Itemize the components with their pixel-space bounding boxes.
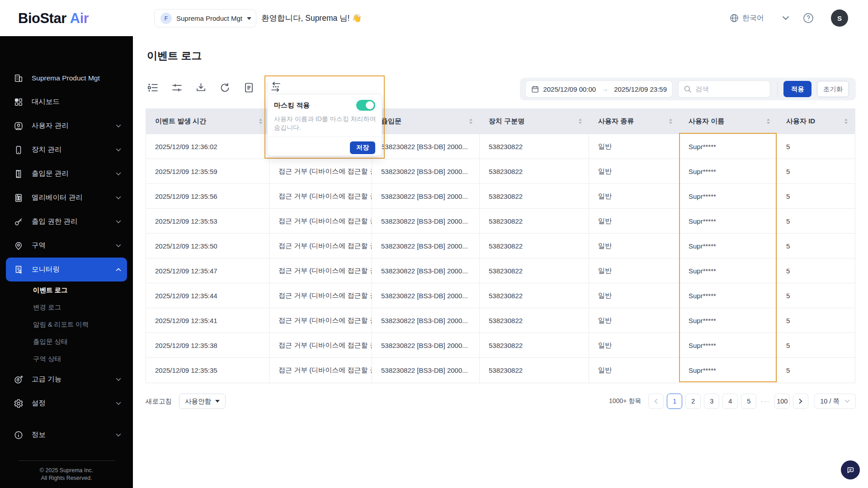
monitoring-submenu: 이벤트 로그 변경 로그 알림 & 리포트 이력 출입문 상태 구역 상태 <box>0 282 133 367</box>
masking-button[interactable] <box>270 81 282 93</box>
cell-door: 538230822 [BS3-DB] 2000... <box>372 308 480 333</box>
table-row[interactable]: 2025/12/09 12:35:41 접근 거부 (디바이스에 접근할 권한.… <box>146 308 855 333</box>
sidebar-item-access-permission[interactable]: 출입 권한 관리 <box>0 210 133 234</box>
device-icon <box>14 145 24 155</box>
sidebar-item-monitoring[interactable]: 모니터링 <box>6 258 127 282</box>
cell-event: 접근 거부 (디바이스에 접근할 권한... <box>269 209 372 233</box>
page-size-select[interactable]: 10 / 쪽 <box>814 394 856 409</box>
sidebar-item-info[interactable]: 정보 <box>0 423 133 447</box>
language-selector[interactable]: 한국어 <box>730 14 764 23</box>
cell-user-name: Supr***** <box>679 308 777 333</box>
chevron-down-icon <box>116 244 121 248</box>
cell-user-name: Supr***** <box>679 333 777 357</box>
sidebar-item-settings[interactable]: 설정 <box>0 391 133 415</box>
column-header-event-time[interactable]: 이벤트 발생 시간 <box>146 108 269 134</box>
page-button-3[interactable]: 3 <box>704 394 719 409</box>
column-header-device-group[interactable]: 장치 구분명 <box>480 108 589 134</box>
sidebar-item-zone[interactable]: 구역 <box>0 234 133 258</box>
sidebar-item-label: 출입 권한 관리 <box>32 217 78 226</box>
submenu-item-zone-status[interactable]: 구역 상태 <box>0 350 133 367</box>
org-badge: F <box>160 13 172 24</box>
table-row[interactable]: 2025/12/09 12:36:02 접근 거부 (디바이스에 접근할 권한.… <box>146 134 855 159</box>
sidebar-item-organization[interactable]: Suprema Product Mgt <box>0 66 133 90</box>
cell-device-group: 538230822 <box>480 234 589 258</box>
download-button[interactable] <box>195 82 207 94</box>
copyright-line1: © 2025 Suprema Inc. <box>0 467 133 474</box>
submenu-item-change-log[interactable]: 변경 로그 <box>0 299 133 316</box>
date-end-value: 2025/12/09 23:59 <box>614 85 667 93</box>
page-button-4[interactable]: 4 <box>722 394 738 409</box>
column-header-door[interactable]: 출입문 <box>372 108 480 134</box>
page-button-5[interactable]: 5 <box>741 394 756 409</box>
report-button[interactable] <box>243 82 255 94</box>
page-button-2[interactable]: 2 <box>685 394 701 409</box>
column-header-user-type[interactable]: 사용자 종류 <box>589 108 679 134</box>
next-page-button[interactable] <box>793 394 808 409</box>
prev-page-button[interactable] <box>648 394 664 409</box>
column-header-user-name[interactable]: 사용자 이름 <box>679 108 777 134</box>
chevron-down-icon <box>247 17 251 20</box>
language-label: 한국어 <box>742 14 764 23</box>
chat-button[interactable] <box>841 460 860 479</box>
sidebar-item-device-management[interactable]: 장치 관리 <box>0 138 133 162</box>
table-row[interactable]: 2025/12/09 12:35:47 접근 거부 (디바이스에 접근할 권한.… <box>146 258 855 283</box>
zone-pin-icon <box>14 241 24 251</box>
org-selector[interactable]: F Suprema Product Mgt <box>154 9 256 28</box>
sidebar-item-dashboard[interactable]: 대시보드 <box>0 90 133 114</box>
cell-user-type: 일반 <box>589 209 679 233</box>
cell-event: 접근 거부 (디바이스에 접근할 권한... <box>269 358 372 383</box>
help-icon[interactable] <box>803 13 814 23</box>
submenu-item-event-log[interactable]: 이벤트 로그 <box>0 282 133 299</box>
page-button-100[interactable]: 100 <box>774 394 790 409</box>
submenu-item-door-status[interactable]: 출입문 상태 <box>0 333 133 350</box>
users-icon <box>14 121 24 131</box>
cell-door: 538230822 [BS3-DB] 2000... <box>372 134 480 159</box>
page-button-1[interactable]: 1 <box>667 394 682 409</box>
table-row[interactable]: 2025/12/09 12:35:38 접근 거부 (디바이스에 접근할 권한.… <box>146 333 855 358</box>
table-row[interactable]: 2025/12/09 12:35:53 접근 거부 (디바이스에 접근할 권한.… <box>146 209 855 234</box>
submenu-item-alert-report-history[interactable]: 알림 & 리포트 이력 <box>0 316 133 333</box>
masking-popover: 마스킹 적용 사용자 이름과 ID를 마스킹 처리하여 숨깁니다. 저장 <box>264 75 385 159</box>
masking-icon <box>270 81 282 93</box>
cell-device-group: 538230822 <box>480 283 589 308</box>
sidebar-item-elevator-management[interactable]: 엘리베이터 관리 <box>0 186 133 210</box>
table-row[interactable]: 2025/12/09 12:35:44 접근 거부 (디바이스에 접근할 권한.… <box>146 283 855 308</box>
sidebar-item-door-management[interactable]: 출입문 관리 <box>0 162 133 186</box>
filter-button[interactable] <box>171 82 183 94</box>
date-range-input[interactable]: 2025/12/09 00:00 → 2025/12/09 23:59 <box>525 80 673 98</box>
chevron-down-icon <box>116 433 121 437</box>
sidebar-item-label: 대시보드 <box>32 97 60 107</box>
toggle-knob <box>366 101 374 109</box>
reset-button[interactable]: 초기화 <box>817 81 849 97</box>
table-body: 2025/12/09 12:36:02 접근 거부 (디바이스에 접근할 권한.… <box>146 134 855 383</box>
table-row[interactable]: 2025/12/09 12:35:50 접근 거부 (디바이스에 접근할 권한.… <box>146 234 855 258</box>
cell-user-id: 5 <box>777 283 855 308</box>
globe-icon <box>730 14 739 23</box>
cell-event-time: 2025/12/09 12:35:59 <box>146 159 269 183</box>
popover-save-button[interactable]: 저장 <box>350 141 375 154</box>
cell-event-time: 2025/12/09 12:35:47 <box>146 258 269 283</box>
table-row[interactable]: 2025/12/09 12:35:56 접근 거부 (디바이스에 접근할 권한.… <box>146 184 855 209</box>
cell-event-time: 2025/12/09 12:36:02 <box>146 134 269 159</box>
cell-event: 접근 거부 (디바이스에 접근할 권한... <box>269 283 372 308</box>
table-row[interactable]: 2025/12/09 12:35:59 접근 거부 (디바이스에 접근할 권한.… <box>146 159 855 184</box>
auto-refresh-select[interactable]: 사용안함 <box>179 394 226 409</box>
user-avatar[interactable]: S <box>831 9 848 27</box>
refresh-button[interactable] <box>219 82 231 94</box>
cell-door: 538230822 [BS3-DB] 2000... <box>372 234 480 258</box>
column-header-user-id[interactable]: 사용자 ID <box>777 108 855 134</box>
chevron-down-icon[interactable] <box>782 16 789 20</box>
search-input[interactable]: 검색 <box>678 80 770 98</box>
sidebar-item-advanced[interactable]: 고급 기능 <box>0 367 133 391</box>
cell-event: 접근 거부 (디바이스에 접근할 권한... <box>269 258 372 283</box>
chevron-down-icon <box>116 402 121 405</box>
table-row[interactable]: 2025/12/09 12:35:35 접근 거부 (디바이스에 접근할 권한.… <box>146 358 855 383</box>
masking-toggle[interactable] <box>356 100 375 111</box>
main-content: 이벤트 로그 2025/12/09 00:00 → 2025/12/09 23:… <box>133 36 868 488</box>
chevron-down-icon <box>215 400 220 403</box>
column-settings-button[interactable] <box>147 82 159 94</box>
sidebar-item-user-management[interactable]: 사용자 관리 <box>0 114 133 138</box>
filter-divider <box>777 81 778 97</box>
cell-user-type: 일반 <box>589 283 679 308</box>
apply-button[interactable]: 적용 <box>783 81 811 97</box>
